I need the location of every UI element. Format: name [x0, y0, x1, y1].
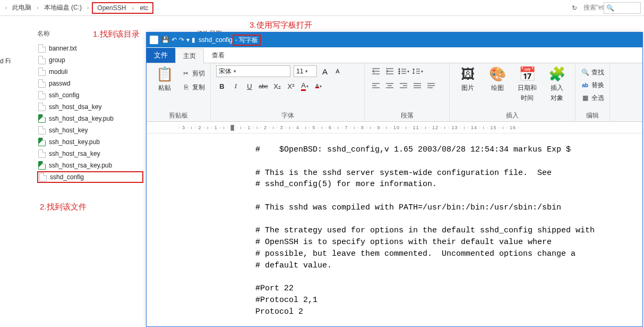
file-icon — [38, 56, 46, 64]
insert-object-button[interactable]: 🧩插入对象 — [544, 65, 570, 103]
breadcrumb-item[interactable]: etc — [138, 3, 150, 13]
replace-button[interactable]: ab替换 — [581, 79, 604, 91]
picture-icon: 🖼 — [459, 65, 476, 82]
wordpad-window: 💾 ↶ ↷ ▾ ▮ sshd_config - 写字板 文件 主页 查看 📋 粘… — [146, 32, 643, 327]
select-all-icon: ▦ — [581, 94, 589, 102]
group-label: 插入 — [455, 109, 570, 120]
redo-icon[interactable]: ↷ — [179, 36, 184, 44]
file-row[interactable]: passwd — [37, 78, 143, 89]
group-label: 剪贴板 — [152, 109, 205, 120]
line-spacing-button[interactable]: ▾ — [411, 65, 423, 77]
insert-picture-button[interactable]: 🖼图片 — [455, 65, 480, 93]
paste-button[interactable]: 📋 粘贴 — [152, 65, 177, 93]
file-row[interactable]: sshd_config — [37, 171, 143, 183]
file-icon — [38, 79, 46, 88]
tab-view[interactable]: 查看 — [204, 48, 233, 63]
subscript-button[interactable]: X₂ — [271, 80, 283, 92]
copy-button[interactable]: ⎘复制 — [182, 81, 205, 93]
align-left-button[interactable] — [370, 80, 382, 92]
file-row[interactable]: ssh_config — [37, 89, 143, 101]
bold-button[interactable]: B — [216, 80, 228, 92]
search-input[interactable]: 🔍 — [604, 2, 641, 14]
file-name: ssh_config — [49, 91, 79, 99]
group-label: 段落 — [370, 109, 444, 120]
file-row[interactable]: banner.txt — [37, 43, 143, 54]
file-list: banner.txtgroupmodulipasswdssh_configssh… — [37, 43, 143, 183]
chevron-down-icon: ▾ — [421, 69, 423, 74]
cut-button[interactable]: ✂剪切 — [182, 68, 205, 79]
publisher-file-icon — [38, 114, 46, 123]
paragraph-dialog-button[interactable] — [425, 80, 437, 92]
svg-point-0 — [398, 69, 400, 70]
file-row[interactable]: ssh_host_rsa_key.pub — [37, 160, 143, 171]
chevron-down-icon: ▾ — [306, 84, 308, 89]
paste-icon: 📋 — [156, 65, 173, 82]
group-paragraph: ▾ ▾ 段落 — [365, 63, 450, 121]
select-all-button[interactable]: ▦全选 — [581, 92, 604, 104]
bullet-list-button[interactable]: ▾ — [398, 65, 409, 77]
qat-dropdown-icon[interactable]: ▾ — [186, 36, 190, 44]
breadcrumb-item[interactable]: 此电脑 — [10, 2, 33, 13]
window-title: sshd_config - 写字板 — [199, 35, 261, 46]
svg-point-2 — [398, 73, 400, 74]
chevron-down-icon: ▾ — [320, 84, 322, 89]
file-name: ssh_host_key.pub — [49, 138, 100, 146]
insert-datetime-button[interactable]: 📅日期和时间 — [514, 65, 540, 103]
find-button[interactable]: 🔍查找 — [581, 66, 604, 78]
align-right-button[interactable] — [398, 80, 409, 92]
svg-point-1 — [398, 71, 400, 72]
grow-font-button[interactable]: A — [320, 66, 330, 76]
font-color-button[interactable]: A▾ — [299, 80, 311, 92]
file-row[interactable]: ssh_host_rsa_key — [37, 148, 143, 160]
underline-button[interactable]: U — [244, 80, 255, 92]
group-clipboard: 📋 粘贴 ✂剪切 ⎘复制 剪贴板 — [147, 63, 211, 121]
document-area: · 3 · ı · 2 · ı · 1 · ı · █ · ı · 1 · ı … — [147, 122, 642, 326]
paint-icon: 🎨 — [489, 65, 506, 82]
strikethrough-button[interactable]: abc — [257, 80, 269, 92]
group-insert: 🖼图片 🎨绘图 📅日期和时间 🧩插入对象 插入 — [450, 63, 576, 121]
ribbon: 📋 粘贴 ✂剪切 ⎘复制 剪贴板 宋体▾ 11▾ A A — [147, 63, 642, 122]
insert-paint-button[interactable]: 🎨绘图 — [485, 65, 510, 93]
highlight-button[interactable]: A▾ — [313, 80, 324, 92]
column-header-name[interactable]: 名称 — [37, 29, 50, 38]
italic-button[interactable]: I — [230, 80, 242, 92]
file-row[interactable]: ssh_host_dsa_key.pub — [37, 113, 143, 124]
cut-icon: ✂ — [182, 69, 190, 78]
breadcrumb-item[interactable]: OpenSSH — [95, 3, 128, 13]
document-content[interactable]: # $OpenBSD: sshd_config,v 1.65 2003/08/2… — [147, 133, 642, 317]
file-icon — [38, 149, 46, 158]
file-name: ssh_host_key — [49, 127, 88, 134]
file-row[interactable]: ssh_host_dsa_key — [37, 101, 143, 113]
file-icon — [38, 91, 46, 99]
breadcrumb-item[interactable]: 本地磁盘 (C:) — [42, 2, 84, 13]
chevron-right-icon: › — [3, 5, 9, 11]
file-row[interactable]: ssh_host_key.pub — [37, 136, 143, 148]
ruler[interactable]: · 3 · ı · 2 · ı · 1 · ı · █ · ı · 1 · ı … — [147, 122, 642, 133]
file-icon — [38, 44, 46, 53]
refresh-icon[interactable]: ↻ — [572, 4, 577, 12]
tab-file[interactable]: 文件 — [147, 48, 175, 63]
file-row[interactable]: ssh_host_key — [37, 124, 143, 136]
save-icon[interactable]: 💾 — [161, 36, 169, 44]
file-name: ssh_host_dsa_key — [49, 103, 101, 111]
file-row[interactable]: group — [37, 54, 143, 66]
tab-home[interactable]: 主页 — [175, 48, 204, 63]
file-name: ssh_host_dsa_key.pub — [49, 115, 114, 122]
find-icon: 🔍 — [581, 68, 589, 77]
nav-pane-truncated: d Fi — [0, 57, 11, 65]
font-size-combo[interactable]: 11▾ — [294, 65, 317, 77]
decrease-indent-button[interactable] — [370, 65, 382, 77]
font-name-combo[interactable]: 宋体▾ — [216, 65, 290, 77]
object-icon: 🧩 — [548, 65, 565, 82]
increase-indent-button[interactable] — [384, 65, 396, 77]
group-edit: 🔍查找 ab替换 ▦全选 编辑 — [576, 63, 610, 121]
shrink-font-button[interactable]: A — [333, 66, 342, 76]
file-name: ssh_host_rsa_key.pub — [49, 162, 112, 169]
align-center-button[interactable] — [384, 80, 396, 92]
file-row[interactable]: moduli — [37, 66, 143, 78]
undo-icon[interactable]: ↶ — [171, 36, 177, 44]
chevron-right-icon: › — [130, 5, 136, 11]
superscript-button[interactable]: X² — [285, 80, 297, 92]
title-filename: sshd_config — [199, 36, 233, 44]
align-justify-button[interactable] — [411, 80, 423, 92]
